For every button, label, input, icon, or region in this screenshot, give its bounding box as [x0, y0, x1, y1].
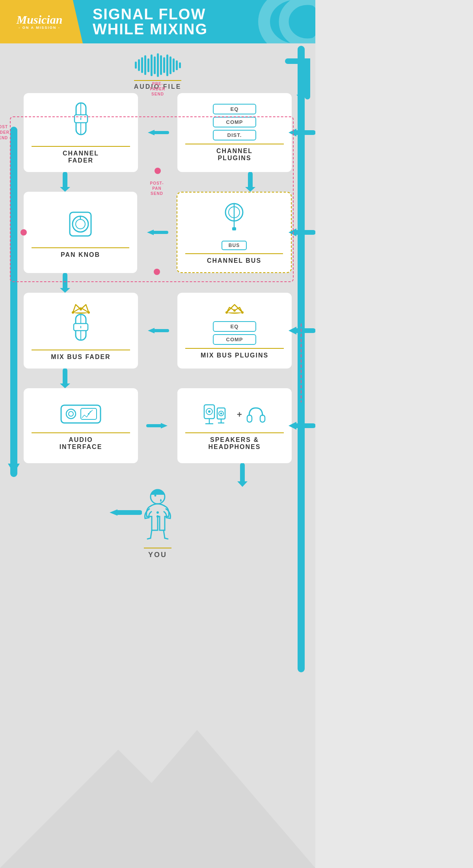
svg-point-44	[233, 309, 236, 312]
svg-marker-75	[110, 509, 117, 516]
svg-marker-47	[289, 327, 296, 335]
svg-marker-22	[147, 230, 154, 235]
mix-bus-fader-card: MIX BUS FADER	[24, 293, 138, 369]
waveform-icon	[135, 53, 181, 77]
mix-bus-plugins-label: MIX BUS PLUGINS	[185, 348, 284, 359]
flow-into-bus	[288, 224, 315, 240]
svg-point-52	[69, 412, 73, 416]
flow-into-mix-plugins	[288, 323, 315, 339]
svg-marker-31	[60, 288, 70, 293]
svg-marker-71	[289, 422, 296, 430]
comp-plugin: COMP	[213, 117, 256, 127]
row1-to-row2-right	[240, 172, 260, 192]
logo-text: Musician	[17, 14, 63, 26]
svg-marker-29	[289, 228, 296, 236]
svg-line-80	[147, 538, 151, 539]
channel-bus-label: CHANNEL BUS	[185, 253, 283, 264]
svg-point-77	[155, 495, 156, 497]
svg-point-82	[156, 511, 159, 514]
svg-point-51	[66, 409, 76, 419]
svg-point-65	[220, 413, 222, 415]
row2-to-row3-left	[55, 273, 75, 293]
header: Musician - ON A MISSION - SIGNAL FLOW WH…	[0, 0, 315, 43]
svg-marker-0	[0, 750, 236, 868]
svg-marker-73	[237, 481, 248, 487]
row1: POST FADER SEND CHANNELFADER	[24, 93, 292, 172]
you-section: YOU	[138, 487, 177, 559]
svg-point-83	[156, 515, 159, 518]
header-title: SIGNAL FLOW WHILE MIXING	[83, 0, 315, 43]
you-label: YOU	[144, 548, 171, 559]
audio-interface-label: AUDIOINTERFACE	[32, 432, 130, 451]
person-icon	[138, 487, 177, 544]
speakers-headphones-card: + SPEAKERS &HEADPHONES	[177, 388, 292, 463]
post-fader-dot	[20, 229, 27, 236]
svg-point-33	[72, 311, 74, 314]
row1-to-row2-left	[55, 172, 75, 192]
channel-fader-label: CHANNELFADER	[32, 146, 130, 164]
svg-marker-10	[148, 130, 155, 135]
pan-knob-label: PAN KNOB	[32, 247, 129, 258]
pre-fader-send-label: PRE-FADERSEND	[150, 81, 166, 97]
post-fader-send-label: POST FADER SEND	[0, 124, 9, 141]
svg-rect-68	[247, 415, 252, 422]
svg-marker-49	[60, 383, 70, 388]
mix-bus-plugins-crown	[225, 303, 244, 318]
svg-marker-57	[161, 423, 168, 428]
svg-marker-1	[79, 730, 315, 868]
row3-to-row4-left	[55, 369, 75, 388]
svg-line-81	[165, 538, 168, 539]
svg-line-79	[164, 530, 165, 538]
mix-bus-arrow	[146, 325, 169, 337]
flow-into-plugins	[288, 125, 315, 140]
mix-plugins-list: EQ COMP	[213, 321, 256, 345]
dist-plugin: DIST.	[213, 130, 256, 140]
mix-bus-plugins-card: EQ COMP MIX BUS PLUGINS	[177, 293, 292, 369]
logo-area: Musician - ON A MISSION -	[0, 0, 83, 43]
eq-plugin: EQ	[213, 104, 256, 114]
pan-knob-icon	[67, 206, 94, 243]
channel-plugins-label: CHANNELPLUGINS	[185, 144, 284, 162]
svg-point-34	[80, 308, 82, 311]
svg-rect-69	[260, 415, 265, 422]
svg-point-35	[88, 311, 90, 314]
svg-marker-12	[289, 129, 296, 137]
mix-bus-fader-label: MIX BUS FADER	[32, 350, 130, 361]
row4: AUDIOINTERFACE	[24, 388, 292, 463]
row4-to-you	[233, 463, 252, 487]
row2: PAN KNOB POST-PANSEND	[24, 192, 292, 273]
channel-plugins-card: EQ COMP DIST. CHANNELPLUGINS	[177, 93, 292, 172]
to-speakers-arrow	[146, 420, 169, 432]
title-line1: SIGNAL FLOW	[93, 7, 208, 22]
pre-fader-arrow	[146, 127, 169, 138]
channel-bus-card: BUS CHANNEL BUS	[177, 192, 292, 273]
channel-fader-card: CHANNELFADER	[24, 93, 138, 172]
svg-point-60	[208, 410, 210, 413]
speakers-label: SPEAKERS &HEADPHONES	[185, 432, 284, 451]
svg-point-19	[76, 219, 85, 229]
mix-eq-plugin: EQ	[213, 321, 256, 332]
speakers-icon: +	[202, 401, 267, 428]
logo-sub: - ON A MISSION -	[17, 26, 63, 30]
bus-icon	[220, 200, 248, 238]
svg-point-43	[225, 311, 228, 314]
svg-point-3	[284, 0, 315, 43]
post-pan-send-label: POST-PANSEND	[150, 181, 164, 196]
plugins-list-1: EQ COMP DIST.	[213, 104, 256, 140]
mix-comp-plugin: COMP	[213, 334, 256, 345]
audio-interface-card: AUDIOINTERFACE	[24, 388, 138, 463]
row3: MIX BUS FADER	[24, 293, 292, 369]
post-pan-arrow	[145, 226, 169, 238]
fader-icon	[68, 101, 94, 142]
svg-marker-41	[148, 328, 155, 333]
pan-knob-card: PAN KNOB	[24, 192, 137, 273]
svg-marker-14	[60, 187, 70, 192]
svg-line-78	[151, 530, 152, 538]
to-you-arrow	[106, 507, 142, 518]
svg-rect-27	[232, 227, 236, 230]
mix-bus-fader-icon	[67, 301, 95, 346]
svg-marker-16	[245, 187, 255, 192]
svg-point-45	[241, 311, 244, 314]
bus-box-label: BUS	[222, 241, 247, 250]
flow-into-speakers	[288, 418, 315, 434]
